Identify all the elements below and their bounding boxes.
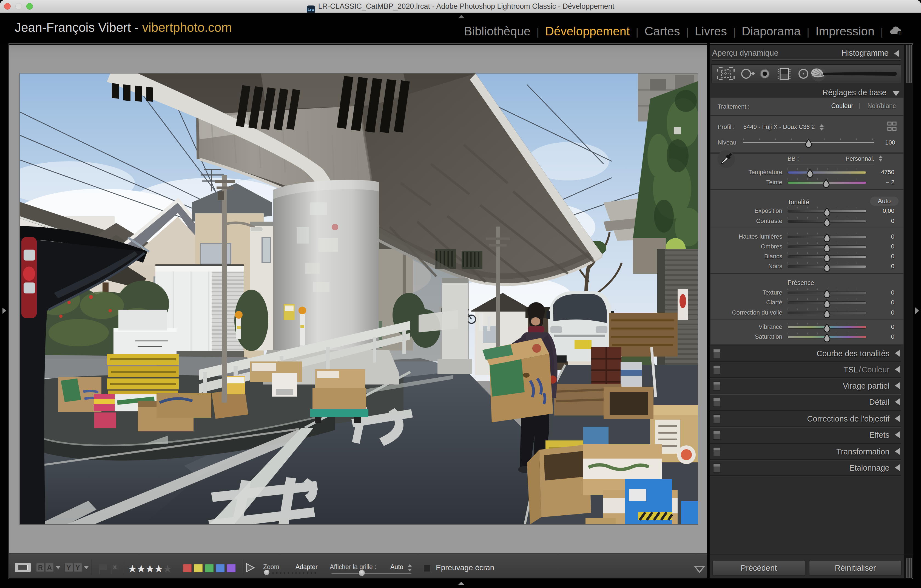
- svg-text:!: !: [899, 31, 900, 36]
